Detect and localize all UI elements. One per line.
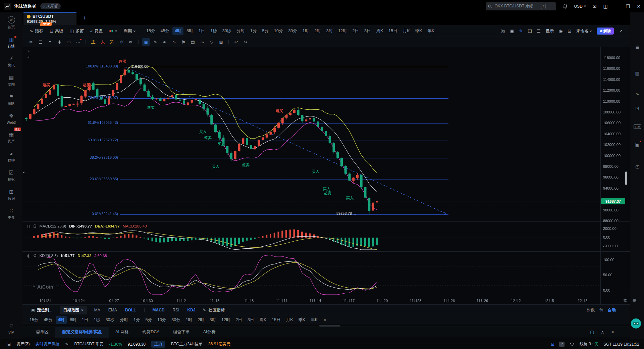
- price-axis-tick: 88000.00: [603, 219, 619, 223]
- corner-button-爆[interactable]: 爆: [633, 298, 636, 303]
- kdj-axis-tick: 50.00: [603, 273, 612, 277]
- expand-chevron-icon[interactable]: »: [28, 55, 30, 59]
- price-chart-canvas[interactable]: [0, 0, 644, 349]
- kdj-k-value: K:51.77: [61, 254, 74, 258]
- collapse-circle-icon[interactable]: ◎: [27, 253, 30, 258]
- date-axis-tick: 12月5: [544, 298, 554, 303]
- watermark-text: AiCoin: [37, 284, 53, 290]
- signal-mark-超卖: 超卖: [204, 135, 212, 140]
- price-axis-tick: 110000.00: [603, 99, 620, 103]
- date-axis-tick: 11月26: [443, 298, 455, 303]
- date-axis-tick: 11月5: [210, 298, 220, 303]
- macd-dif-value: DIF:-1490.77: [69, 224, 92, 228]
- price-axis-tick: 114000.00: [603, 78, 620, 82]
- price-axis-tick: 108000.00: [603, 110, 621, 114]
- macd-hist-value: MACD:288.40: [123, 224, 147, 228]
- new-feature-badge: NEW: [40, 22, 52, 26]
- horizontal-scrollbar[interactable]: [319, 325, 340, 327]
- signal-mark-超买: 超买: [43, 83, 50, 88]
- low-price-annotation: 89253.78 →: [336, 211, 357, 215]
- price-axis-tick: 118000.00: [603, 56, 620, 60]
- chart-vertical-scrollbar[interactable]: [625, 171, 627, 185]
- date-axis-tick: 11月17: [343, 298, 355, 303]
- price-axis-tick: 90000.00: [603, 208, 619, 212]
- signal-mark-超买: 超买: [83, 83, 90, 88]
- pane-divider[interactable]: [22, 221, 630, 222]
- fib-level-label: 78.6%(110588.07): [88, 96, 118, 100]
- axis-divider: [600, 47, 601, 305]
- alert-bell-icon[interactable]: Ω: [33, 224, 36, 229]
- date-axis-tick: 10月30: [141, 298, 153, 303]
- price-axis-tick: 106000.00: [603, 121, 621, 125]
- kdj-axis-tick: 100.00: [603, 258, 614, 262]
- signal-mark-超买: 超买: [119, 59, 126, 64]
- date-axis-tick: 11月14: [310, 298, 321, 303]
- price-axis-tick: 100000.00: [603, 154, 621, 158]
- date-axis-tick: 11月2: [176, 298, 186, 303]
- signal-mark-买入: 买入: [323, 187, 330, 192]
- signal-mark-买入: 买入: [199, 129, 207, 134]
- kdj-axis-tick: 0.00: [603, 288, 610, 292]
- price-axis-tick: 96000.00: [603, 175, 619, 179]
- macd-axis-tick: 0.00: [603, 235, 610, 239]
- price-axis-tick: 102000.00: [603, 143, 621, 147]
- collapse-circle-icon[interactable]: ◎: [27, 224, 30, 229]
- price-axis-tick: 104000.00: [603, 132, 621, 136]
- date-axis-tick: 10月24: [73, 298, 85, 303]
- fib-level-label: 100.0%(116400.00): [86, 64, 118, 68]
- signal-mark-买入: 买入: [212, 164, 219, 169]
- expand-chevron-icon[interactable]: »: [28, 49, 30, 53]
- macd-axis-tick: 2000.00: [603, 227, 616, 231]
- axis-bottom-divider: [22, 304, 630, 305]
- signal-mark-买入: 买入: [312, 169, 319, 174]
- fib-level-label: 61.8%(106025.43): [88, 120, 118, 124]
- aicoin-watermark: ◔ AiCoin: [32, 284, 53, 290]
- date-axis-tick: 12月2: [511, 298, 521, 303]
- price-axis-tick: 94000.00: [603, 186, 619, 190]
- signal-mark-买入: 买入: [218, 141, 225, 146]
- fib-level-label: 38.2%(99616.00): [90, 155, 118, 159]
- kdj-title: KDJ(9,3,3): [39, 254, 58, 258]
- macd-axis-tick: -2000.00: [603, 244, 618, 248]
- kdj-d-value: D:47.32: [77, 254, 91, 258]
- last-price-badge: 91687.37: [601, 198, 625, 204]
- pane-divider[interactable]: [22, 251, 630, 252]
- alert-bell-icon[interactable]: Ω: [33, 253, 36, 258]
- fib-level-label: 0.0%(89241.43): [92, 212, 118, 216]
- signal-mark-买入: 买入: [346, 196, 354, 201]
- macd-title: MACD(12,26,9): [39, 224, 66, 228]
- fib-level-label: 23.6%(95650.85): [90, 177, 118, 181]
- pane-divider: [22, 296, 630, 296]
- signal-mark-超买: 超买: [276, 108, 283, 113]
- corner-button-筹[interactable]: 筹: [623, 298, 627, 303]
- date-axis-tick: 10月27: [107, 298, 119, 303]
- fib-level-label: 50.0%(102820.72): [88, 138, 118, 142]
- date-axis-tick: 11月23: [410, 298, 422, 303]
- date-axis-tick: 11月11: [276, 298, 287, 303]
- date-axis-tick: 11月8: [244, 298, 254, 303]
- signal-mark-超卖: 超卖: [242, 162, 250, 167]
- kdj-j-value: J:60.68: [94, 254, 107, 258]
- macd-dea-value: DEA:-1634.97: [95, 224, 120, 228]
- aicoin-logo-icon: ◔: [32, 284, 35, 290]
- date-axis-tick: 12月8: [578, 298, 587, 303]
- ai-robot-avatar[interactable]: [631, 318, 641, 329]
- macd-pane-header: ◎ Ω MACD(12,26,9) DIF:-1490.77 DEA:-1634…: [27, 224, 147, 229]
- collapse-handle[interactable]: ◂: [23, 170, 24, 174]
- peak-price-annotation: ←116400.00: [127, 64, 148, 68]
- date-axis-tick: 11月29: [477, 298, 488, 303]
- price-axis-tick: 112000.00: [603, 88, 620, 92]
- price-axis-tick: 116000.00: [603, 66, 620, 70]
- signal-mark-超卖: 超卖: [147, 105, 155, 110]
- date-axis-tick: 11月20: [376, 298, 388, 303]
- date-axis-tick: 10月21: [39, 298, 51, 303]
- kdj-pane-header: ◎ Ω KDJ(9,3,3) K:51.77 D:47.32 J:60.68: [27, 253, 107, 258]
- price-axis-tick: 98000.00: [603, 164, 619, 168]
